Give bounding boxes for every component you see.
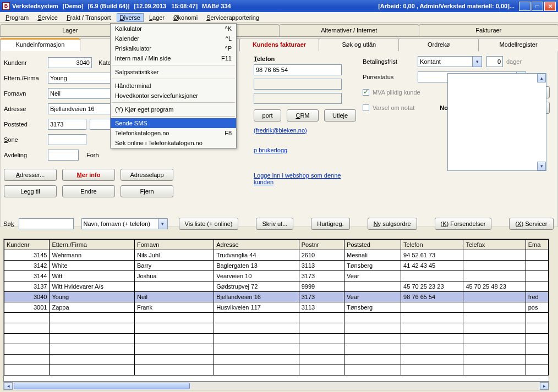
- fjern-button[interactable]: Fjern: [121, 185, 173, 197]
- email-link[interactable]: (fredrik@bleken.no): [254, 127, 307, 134]
- betalingsfrist-combo[interactable]: [418, 56, 473, 67]
- action-row: Søk ▾ Vis liste (+ online) Skriv ut... H…: [3, 218, 554, 230]
- telefon3-input[interactable]: [254, 93, 342, 104]
- crm-button[interactable]: CRM: [287, 109, 319, 122]
- title-seg-build: [6.9 (Build 64)]: [88, 3, 130, 9]
- table-row[interactable]: [4, 313, 549, 323]
- notater-textarea[interactable]: ▴ ▾: [447, 73, 546, 171]
- sok-input[interactable]: [19, 218, 74, 229]
- column-header[interactable]: Telefax: [463, 240, 526, 250]
- adresse-label: Adresse: [4, 106, 48, 112]
- poststed-extra-input[interactable]: [90, 119, 112, 130]
- visliste-button[interactable]: Vis liste (+ online): [179, 218, 239, 230]
- adresselapp-button[interactable]: Adresselapp: [121, 169, 173, 181]
- subtab-4[interactable]: Søk og utlån: [319, 38, 399, 51]
- menu-diverse[interactable]: Diverse: [117, 13, 144, 22]
- poststed-input[interactable]: [48, 119, 86, 130]
- sone-input[interactable]: [48, 134, 86, 145]
- webshop-link[interactable]: Logge inn i webshop som denne kunden: [254, 172, 341, 185]
- table-row[interactable]: 3142WhiteBarryBaglergaten 133113Tønsberg…: [4, 261, 549, 271]
- betalingsfrist-days-input[interactable]: [486, 56, 503, 67]
- skrivut-button[interactable]: Skriv ut...: [256, 218, 293, 230]
- grid-horizontal-scrollbar[interactable]: ◂ ▸: [3, 382, 549, 390]
- menu-item[interactable]: Hovedkontor servicefunksjoner: [111, 91, 236, 101]
- mva-checkbox[interactable]: [363, 89, 369, 96]
- menu-service[interactable]: Service: [34, 13, 61, 22]
- table-row[interactable]: [4, 365, 549, 376]
- menu-item[interactable]: (Y) Kjør eget program: [111, 104, 236, 114]
- servicer-button[interactable]: (X) Servicer: [509, 218, 553, 230]
- notater-scroll-down[interactable]: ▾: [537, 162, 546, 170]
- telefon2-input[interactable]: [254, 79, 342, 90]
- endre-button[interactable]: Endre: [62, 185, 115, 197]
- table-row[interactable]: [4, 334, 549, 344]
- table-row[interactable]: [4, 355, 549, 365]
- table-row[interactable]: [4, 323, 549, 334]
- menu-frakt[interactable]: Frakt / Transport: [63, 13, 114, 22]
- column-header[interactable]: Ettern./Firma: [50, 240, 135, 250]
- table-row[interactable]: 3137Witt Hvidevarer A/sGødstrupvej 72999…: [4, 281, 549, 292]
- port-button[interactable]: port: [254, 109, 281, 122]
- subtab-0[interactable]: Kundeinformasjon: [0, 38, 80, 51]
- scroll-right-button[interactable]: ▸: [540, 382, 549, 390]
- forh-label: Forh: [86, 152, 99, 158]
- brukerlogg-link[interactable]: p brukerlogg: [254, 147, 287, 153]
- menu-item[interactable]: Intern mail / Min sideF11: [111, 53, 236, 63]
- menu-item[interactable]: Kalender^L: [111, 34, 236, 43]
- fornavn-label: Fornavn: [4, 90, 48, 97]
- column-header[interactable]: Adresse: [214, 240, 299, 250]
- utleje-button[interactable]: Utleje: [324, 109, 356, 122]
- column-header[interactable]: Ema: [526, 240, 548, 250]
- scroll-thumb[interactable]: [14, 383, 190, 389]
- varsel-checkbox[interactable]: [363, 104, 369, 111]
- forsend-button[interactable]: (K) Forsendelser: [435, 218, 492, 230]
- telefon-input[interactable]: [254, 64, 342, 75]
- table-row[interactable]: 3144WittJoshuaVearveien 103173Vear: [4, 271, 549, 281]
- column-header[interactable]: Poststed: [344, 240, 401, 250]
- menu-item[interactable]: Telefonkatalogen.noF8: [111, 128, 236, 138]
- table-row[interactable]: 3040YoungNeilBjellandveien 163173Vear98 …: [4, 292, 549, 302]
- menu-item[interactable]: Kalkulator^K: [111, 24, 236, 34]
- column-header[interactable]: Kundenr: [4, 240, 50, 250]
- sort-combo[interactable]: [81, 218, 158, 229]
- column-header[interactable]: Telefon: [401, 240, 463, 250]
- sok-label: Søk: [3, 220, 14, 227]
- tab-fakturaer[interactable]: Fakturaer: [419, 24, 559, 36]
- avdeling-input[interactable]: [48, 150, 79, 161]
- window-close-button[interactable]: ✕: [544, 2, 556, 11]
- hurtigreg-button[interactable]: Hurtigreg.: [311, 218, 349, 230]
- menu-servicerapportering[interactable]: Servicerapportering: [203, 13, 262, 22]
- adresser-button[interactable]: AAdresser...dresser...: [4, 169, 57, 181]
- kundenr-input[interactable]: [48, 57, 92, 68]
- notater-scroll-up[interactable]: ▴: [537, 74, 546, 82]
- table-row[interactable]: [4, 344, 549, 355]
- subtab-3[interactable]: Kundens fakturaer: [239, 38, 320, 51]
- subtab-5[interactable]: Ordrekø: [398, 38, 479, 51]
- top-tabs: Lager Alternativer / Internet Fakturaer: [0, 24, 558, 37]
- menu-item[interactable]: Sende SMS: [111, 118, 236, 128]
- sort-combo-dropdown-button[interactable]: ▾: [158, 218, 168, 229]
- menu-lager[interactable]: Lager: [146, 13, 168, 22]
- menu-item[interactable]: Søk online i Telefonkatalogen.no: [111, 138, 236, 148]
- etternfirma-label: Ettern./Firma: [4, 75, 48, 81]
- customer-grid[interactable]: KundenrEttern./FirmaFornavnAdressePostnr…: [3, 239, 549, 382]
- table-row[interactable]: 3145WehrmannNils JuhlTrudvanglia 442610M…: [4, 250, 549, 261]
- tab-alternativer[interactable]: Alternativer / Internet: [279, 24, 419, 36]
- subtab-6[interactable]: Modellregister: [478, 38, 558, 51]
- scroll-left-button[interactable]: ◂: [4, 382, 13, 390]
- column-header[interactable]: Fornavn: [134, 240, 214, 250]
- menu-okonomi[interactable]: Økonomi: [170, 13, 201, 22]
- menu-item[interactable]: Håndterminal: [111, 81, 236, 91]
- menu-program[interactable]: Programdocument.currentScript.previousEl…: [2, 13, 32, 22]
- leggtil-button[interactable]: Legg til: [4, 185, 57, 197]
- menu-item[interactable]: Priskalkulator^P: [111, 43, 236, 53]
- column-header[interactable]: Postnr: [299, 240, 344, 250]
- title-right: [Arbeid: 0,00 , Admin/Verksted materiell…: [378, 3, 515, 9]
- window-maximize-button[interactable]: □: [532, 2, 543, 11]
- window-minimize-button[interactable]: _: [519, 2, 530, 11]
- menu-item[interactable]: Salgsstatistikker: [111, 67, 236, 77]
- nysalg-button[interactable]: Ny salgsordre: [368, 218, 417, 230]
- merinfo-button[interactable]: Mer info: [62, 169, 115, 181]
- table-row[interactable]: 3001ZappaFrankHusvikveien 1173113Tønsber…: [4, 302, 549, 313]
- betalingsfrist-dropdown-button[interactable]: ▾: [473, 56, 482, 67]
